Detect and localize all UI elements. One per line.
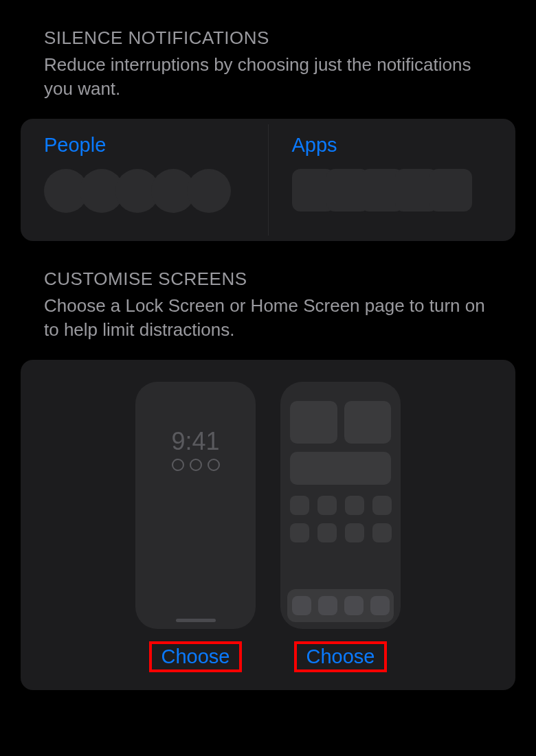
choose-lock-screen-button[interactable]: Choose (149, 641, 243, 672)
app-placeholder-icon (290, 523, 309, 542)
app-placeholder-icon (372, 496, 392, 515)
dock-app-placeholder-icon (370, 596, 390, 615)
dock-app-placeholder-icon (292, 596, 311, 615)
section-title: SILENCE NOTIFICATIONS (44, 27, 492, 49)
lock-screen-column: 9:41 Choose (135, 382, 256, 672)
dock-app-placeholder-icon (344, 596, 364, 615)
section-header: SILENCE NOTIFICATIONS Reduce interruptio… (21, 27, 515, 108)
widget-placeholder-icon (344, 401, 392, 444)
widget-placeholder-icon (290, 401, 337, 444)
lock-screen-time: 9:41 (135, 427, 256, 456)
home-screen-preview[interactable] (280, 382, 401, 629)
people-avatars (44, 169, 249, 213)
lock-screen-preview[interactable]: 9:41 (135, 382, 256, 629)
dock-app-placeholder-icon (318, 596, 337, 615)
app-placeholder-icon (290, 496, 309, 515)
apps-icons (292, 169, 497, 211)
notifications-card: People Apps (21, 119, 515, 241)
people-panel[interactable]: People (21, 119, 268, 241)
choose-home-screen-button[interactable]: Choose (294, 641, 388, 672)
app-placeholder-icon (317, 496, 337, 515)
app-placeholder-icon (345, 523, 364, 542)
home-dock (287, 589, 394, 622)
home-app-grid (290, 496, 391, 542)
people-label: People (44, 134, 249, 157)
home-indicator-icon (176, 619, 216, 622)
lock-screen-widgets-icon (135, 459, 256, 471)
apps-label: Apps (292, 134, 497, 157)
section-description: Reduce interruptions by choosing just th… (44, 53, 492, 101)
home-widget-row (290, 401, 391, 444)
home-screen-column: Choose (280, 382, 401, 672)
avatar-placeholder-icon (187, 169, 231, 213)
app-placeholder-icon (317, 523, 337, 542)
app-placeholder-icon (345, 496, 364, 515)
silence-notifications-section: SILENCE NOTIFICATIONS Reduce interruptio… (21, 27, 515, 241)
screens-card: 9:41 Choose (21, 360, 515, 690)
widget-wide-placeholder-icon (290, 452, 391, 485)
app-placeholder-icon (372, 523, 392, 542)
apps-panel[interactable]: Apps (269, 119, 516, 241)
section-title: CUSTOMISE SCREENS (44, 268, 492, 290)
section-description: Choose a Lock Screen or Home Screen page… (44, 294, 492, 342)
customise-screens-section: CUSTOMISE SCREENS Choose a Lock Screen o… (21, 268, 515, 690)
section-header: CUSTOMISE SCREENS Choose a Lock Screen o… (21, 268, 515, 349)
app-placeholder-icon (429, 169, 472, 211)
